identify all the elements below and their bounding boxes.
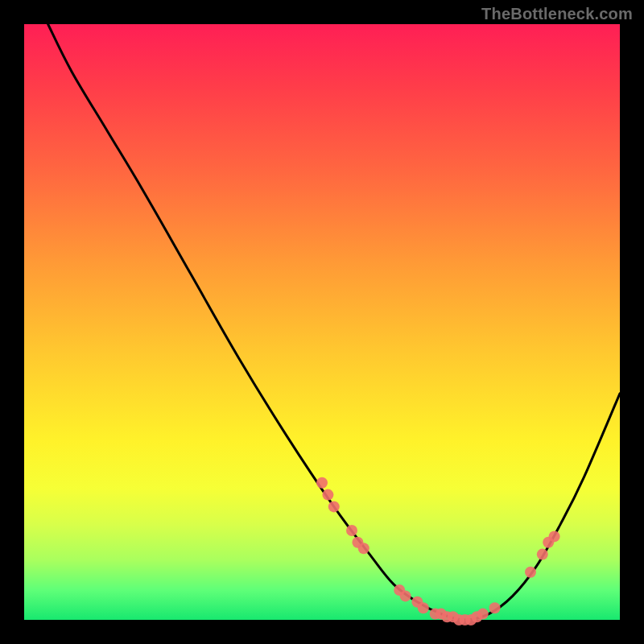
chart-frame: TheBottleneck.com [0, 0, 644, 644]
plot-area [24, 24, 620, 620]
scatter-points [316, 477, 560, 625]
curve-svg [24, 24, 620, 620]
scatter-point [418, 602, 429, 613]
scatter-point [489, 602, 501, 613]
scatter-point [400, 590, 411, 601]
scatter-point [322, 489, 333, 501]
scatter-point [358, 543, 369, 554]
scatter-point [525, 567, 536, 578]
scatter-point [477, 609, 489, 620]
watermark-text: TheBottleneck.com [481, 5, 633, 23]
bottleneck-curve [48, 24, 620, 620]
scatter-point [328, 501, 340, 512]
scatter-point [537, 549, 548, 560]
scatter-point [346, 525, 357, 536]
scatter-point [549, 530, 560, 542]
scatter-point [316, 477, 328, 489]
